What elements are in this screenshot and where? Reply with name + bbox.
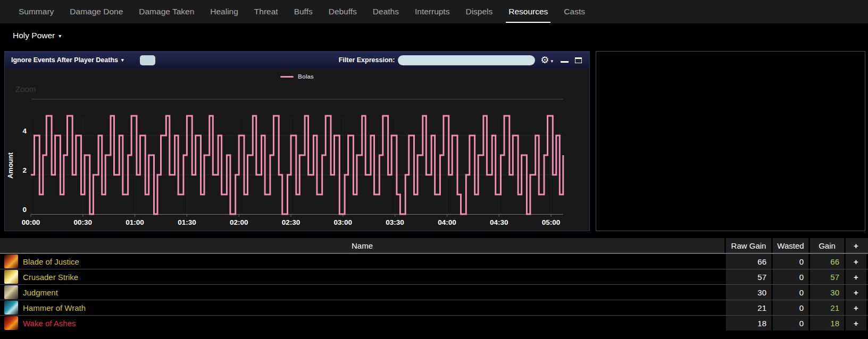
tab-damage-done[interactable]: Damage Done [62,0,131,23]
gain-cell: 66 [808,254,844,269]
svg-text:01:30: 01:30 [178,218,196,226]
tab-threat[interactable]: Threat [246,0,286,23]
maximize-button[interactable] [575,57,582,63]
gain-cell: 18 [808,316,844,330]
resource-graph[interactable]: Bolas Zoom Amount 00:0000:3001:0001:3002… [5,69,589,231]
raw-gain-cell: 18 [724,316,771,330]
table-row[interactable]: Crusader Strike 57 0 57 + [0,269,868,284]
svg-text:00:30: 00:30 [74,218,93,226]
chevron-down-icon[interactable]: ▾ [550,58,553,64]
expand-row-button[interactable]: + [844,254,866,269]
judgment-icon [4,285,18,299]
tab-buffs[interactable]: Buffs [286,0,321,23]
svg-text:02:00: 02:00 [230,218,248,226]
hammer-of-wrath-icon [4,301,18,315]
wake-of-ashes-icon [4,316,18,330]
ability-cell: Blade of Justice [0,254,724,269]
svg-text:04:30: 04:30 [490,218,508,226]
tab-dispels[interactable]: Dispels [457,0,500,23]
raw-gain-cell: 66 [724,254,771,269]
panel-header-right: Filter Expression: ⚙ ▾ [339,55,583,65]
column-header-name[interactable]: Name [0,238,724,253]
expand-row-button[interactable]: + [844,316,866,330]
tab-resources[interactable]: Resources [500,0,556,23]
crusader-strike-icon [4,270,18,284]
svg-text:0: 0 [22,206,27,214]
tab-deaths[interactable]: Deaths [365,0,407,23]
table-row[interactable]: Judgment 30 0 30 + [0,284,868,300]
tab-casts[interactable]: Casts [556,0,593,23]
expand-row-button[interactable]: + [844,300,866,315]
wasted-cell: 0 [771,300,808,315]
tab-interrupts[interactable]: Interrupts [407,0,457,23]
ability-name[interactable]: Judgment [23,288,58,297]
wasted-cell: 0 [771,285,808,300]
chevron-down-icon: ▾ [121,57,124,63]
resource-chart-panel: Ignore Events After Player Deaths ▾ Filt… [4,51,590,231]
expand-row-button[interactable]: + [844,269,866,284]
ability-name[interactable]: Crusader Strike [23,273,78,282]
svg-text:03:30: 03:30 [386,218,404,226]
raw-gain-cell: 30 [724,285,771,300]
column-header-gain[interactable]: Gain [808,238,844,253]
column-header-expand[interactable]: + [844,238,866,253]
filter-expression-input[interactable] [398,55,535,65]
blade-of-justice-icon [4,255,18,268]
column-header-wasted[interactable]: Wasted [771,238,808,253]
gear-icon[interactable]: ⚙ [540,55,549,65]
ignore-events-dropdown[interactable]: Ignore Events After Player Deaths ▾ [11,56,124,64]
table-row[interactable]: Wake of Ashes 18 0 18 + [0,315,868,330]
chevron-down-icon: ▾ [59,33,61,39]
chart-panel-header: Ignore Events After Player Deaths ▾ Filt… [5,52,589,69]
tab-debuffs[interactable]: Debuffs [321,0,365,23]
gain-cell: 57 [808,269,844,284]
gain-cell: 30 [808,285,844,300]
resource-type-dropdown[interactable]: Holy Power ▾ [13,31,61,40]
tab-damage-taken[interactable]: Damage Taken [131,0,202,23]
step-line-chart[interactable]: 00:0000:3001:0001:3002:0002:3003:0003:30… [5,69,589,231]
svg-text:05:00: 05:00 [542,218,561,226]
gain-cell: 21 [808,300,844,315]
raw-gain-cell: 57 [724,269,771,284]
wasted-cell: 0 [771,254,808,269]
table-row[interactable]: Blade of Justice 66 0 66 + [0,253,868,269]
table-header-row: Name Raw Gain Wasted Gain + [0,238,868,253]
svg-text:2: 2 [22,166,27,174]
svg-text:00:00: 00:00 [22,218,40,226]
svg-text:03:00: 03:00 [334,218,353,226]
svg-text:02:30: 02:30 [282,218,301,226]
ability-name[interactable]: Hammer of Wrath [23,303,86,312]
ability-cell: Judgment [0,285,724,300]
wasted-cell: 0 [771,316,808,330]
tab-healing[interactable]: Healing [202,0,246,23]
svg-text:04:00: 04:00 [438,218,456,226]
ignore-events-label: Ignore Events After Player Deaths [11,56,118,64]
detail-panel [596,51,865,231]
ability-cell: Wake of Ashes [0,316,724,330]
top-nav: Summary Damage Done Damage Taken Healing… [0,0,868,23]
wasted-cell: 0 [771,269,808,284]
tab-summary[interactable]: Summary [11,0,62,23]
ability-name[interactable]: Blade of Justice [23,257,79,266]
filter-expression-label: Filter Expression: [339,56,395,64]
ability-name[interactable]: Wake of Ashes [23,319,76,328]
svg-text:4: 4 [22,127,27,135]
minimize-button[interactable] [561,61,569,63]
ability-cell: Hammer of Wrath [0,300,724,315]
svg-text:01:00: 01:00 [126,218,144,226]
resource-gains-table: Name Raw Gain Wasted Gain + Blade of Jus… [0,238,868,330]
ability-cell: Crusader Strike [0,269,724,284]
panel-toggle-button[interactable] [140,55,155,65]
raw-gain-cell: 21 [724,300,771,315]
resource-type-label: Holy Power [13,31,55,40]
column-header-raw-gain[interactable]: Raw Gain [724,238,771,253]
table-row[interactable]: Hammer of Wrath 21 0 21 + [0,300,868,315]
expand-row-button[interactable]: + [844,285,866,300]
